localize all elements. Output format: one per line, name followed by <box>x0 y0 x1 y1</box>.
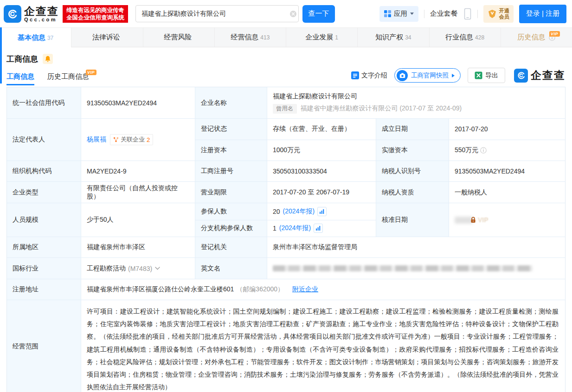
tab-legal-litigation[interactable]: 法律诉讼 <box>71 28 143 47</box>
section-title: 工商信息 <box>6 54 38 64</box>
chevron-down-icon[interactable] <box>155 267 160 270</box>
legal-rep-label: 法定代表人 <box>7 119 81 161</box>
vip-badge: VIP <box>86 70 96 75</box>
text-intro-label: 文字介绍 <box>361 71 387 80</box>
paid-capital-cell: 550万元 <box>449 140 565 161</box>
former-name-badge: 曾用名 <box>273 104 297 114</box>
main-tab-bar: 基本信息37 法律诉讼 经营风险 经营信息413 企业发展1 知识产权34 行业… <box>0 27 572 47</box>
chevron-down-icon <box>410 13 414 15</box>
nearby-companies-link[interactable]: 附近企业 <box>292 285 318 294</box>
authority-value: 泉州市丰泽区市场监督管理局 <box>267 237 565 257</box>
vip-locked-value[interactable]: VIP <box>455 216 488 224</box>
table-row: 所属地区 福建省泉州市丰泽区 登记机关 泉州市丰泽区市场监督管理局 <box>7 237 565 258</box>
tab-basic-info[interactable]: 基本信息37 <box>0 28 71 47</box>
subtab-history-business-info[interactable]: 历史工商信息 VIP <box>47 69 89 85</box>
business-scope-value: 许可项目：建设工程设计；建筑智能化系统设计；国土空间规划编制；建设工程施工；建设… <box>81 300 565 392</box>
table-row: 企业类型 有限责任公司（自然人投资或控股） 营业期限 2017-07-20 至 … <box>7 182 565 203</box>
tab-label: 行业信息 <box>445 33 473 42</box>
industry-cell: 工程勘察活动 (M7483) <box>81 258 195 279</box>
branch-insured-value: 1 <box>273 225 276 232</box>
tab-operation-info[interactable]: 经营信息413 <box>215 28 286 47</box>
apps-label: 应用 <box>394 9 407 18</box>
region-value: 福建省泉州市丰泽区 <box>81 237 195 257</box>
table-row: 法定代表人 杨展福 关联企业 2 登记状态 存续（在营、开业、在册） 成立日期 … <box>7 119 565 161</box>
authority-label: 登记机关 <box>195 237 267 257</box>
export-label: 导出 <box>485 71 498 80</box>
annual-report-link[interactable]: (2024年报) <box>283 207 315 216</box>
nested-rows: 登记状态 存续（在营、开业、在册） 成立日期 2017-07-20 注册资本 1… <box>195 119 565 161</box>
tab-industry-info[interactable]: 行业信息428 <box>430 28 501 47</box>
subtab-business-info[interactable]: 工商信息 <box>6 69 34 85</box>
business-scope-cell: 许可项目：建设工程设计；建筑智能化系统设计；国土空间规划编制；建设工程施工；建设… <box>81 300 565 392</box>
trend-chart-button[interactable] <box>317 207 327 216</box>
approval-date-cell: VIP <box>449 203 565 237</box>
official-snapshot-button[interactable]: 工商官网快照 <box>394 68 461 83</box>
export-button[interactable]: 导出 <box>468 68 505 83</box>
document-icon <box>351 71 359 79</box>
enterprise-package-link[interactable]: 企业套餐 <box>430 9 458 18</box>
open-vip-label: 开通 会员 <box>499 8 509 20</box>
clear-search-icon[interactable] <box>289 10 297 18</box>
tab-label: 经营信息 <box>231 33 258 42</box>
credit-code-value: 91350503MA2YED2494 <box>81 87 195 118</box>
related-companies-label: 关联企业 <box>121 135 145 144</box>
qcc-logo[interactable]: 企查查 Qcc.com 缔造有远见的商业传奇 全国企业信用查询系统 <box>4 5 128 23</box>
slogan-line2: 全国企业信用查询系统 <box>66 14 124 21</box>
legal-rep-link[interactable]: 杨展福 <box>87 135 106 144</box>
paid-capital-value: 550万元 <box>455 146 478 154</box>
search-button[interactable]: 查一下 <box>302 5 335 23</box>
blurred-english-name <box>273 265 533 271</box>
logo-title: 企查查 <box>24 6 59 17</box>
company-name-label: 企业名称 <box>195 87 267 118</box>
snapshot-label: 工商官网快照 <box>411 71 449 80</box>
insured-count-label: 参保人数 <box>195 203 267 220</box>
bell-icon <box>45 56 51 63</box>
login-register-button[interactable]: 登录 | 注册 <box>519 5 566 23</box>
mobile-app-icon[interactable] <box>463 8 472 20</box>
slogan-banner: 缔造有远见的商业传奇 全国企业信用查询系统 <box>63 5 128 23</box>
est-date-label: 成立日期 <box>376 119 449 140</box>
tab-count: 1 <box>335 34 338 41</box>
region-label: 所属地区 <box>7 237 81 257</box>
est-date-value: 2017-07-20 <box>449 119 565 140</box>
text-intro-button[interactable]: 文字介绍 <box>351 71 387 80</box>
credit-code-label: 统一社会信用代码 <box>7 87 81 118</box>
term-label: 营业期限 <box>195 182 267 203</box>
divider <box>477 10 478 18</box>
related-companies-count: 2 <box>147 136 150 143</box>
reg-no-label: 工商注册号 <box>195 161 267 181</box>
search-input[interactable] <box>135 5 299 22</box>
side-widget-edge[interactable] <box>0 27 2 84</box>
open-vip-button[interactable]: 开通 会员 <box>483 5 514 23</box>
reg-status-label: 登记状态 <box>195 119 267 140</box>
reg-no-value: 350503100333504 <box>267 161 376 181</box>
tab-intellectual-property[interactable]: 知识产权34 <box>358 28 429 47</box>
annual-report-link[interactable]: (2024年报) <box>279 224 311 232</box>
tab-label: 历史信息 <box>517 33 545 42</box>
org-link-icon <box>113 137 119 142</box>
subscribe-bell-button[interactable] <box>43 54 53 64</box>
org-code-label: 组织机构代码 <box>7 161 81 181</box>
tab-company-development[interactable]: 企业发展1 <box>286 28 358 47</box>
logo-domain: Qcc.com <box>24 17 59 22</box>
subtabs: 工商信息 历史工商信息 VIP <box>6 69 89 85</box>
tab-history-info[interactable]: VIP 历史信息 <box>501 28 572 47</box>
tab-operation-risk[interactable]: 经营风险 <box>143 28 215 47</box>
related-companies-button[interactable]: 关联企业 2 <box>110 134 153 145</box>
play-arrow-icon <box>452 74 455 77</box>
info-circle-icon[interactable] <box>480 147 487 154</box>
business-scope-label: 经营范围 <box>7 300 81 392</box>
industry-label: 国标行业 <box>7 258 81 279</box>
org-code-value: MA2YED24-9 <box>81 161 195 181</box>
top-bar: 企查查 Qcc.com 缔造有远见的商业传奇 全国企业信用查询系统 查一下 应用… <box>0 0 572 27</box>
top-bar-right: 应用 企业套餐 开通 会员 登录 | 注册 <box>379 5 568 23</box>
company-type-value: 有限责任公司（自然人投资或控股） <box>81 182 195 203</box>
legal-rep-cell: 杨展福 关联企业 2 <box>81 119 195 161</box>
trend-chart-button[interactable] <box>314 224 323 233</box>
vip-badge: VIP <box>549 31 560 37</box>
tab-count: 428 <box>475 34 484 41</box>
apps-menu[interactable]: 应用 <box>379 6 418 22</box>
bar-chart-icon <box>315 225 321 231</box>
address-label: 注册地址 <box>7 279 81 300</box>
tab-count: 37 <box>47 35 53 41</box>
